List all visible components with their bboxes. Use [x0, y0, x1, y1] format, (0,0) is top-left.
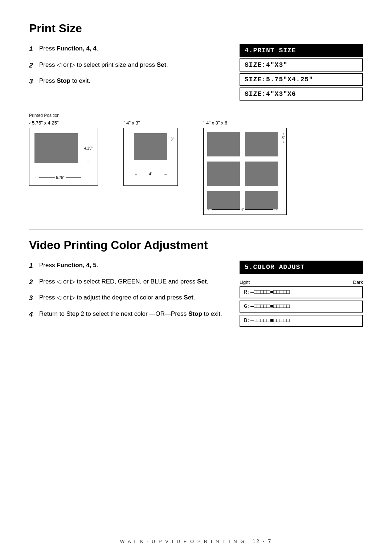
ca-right-arrow-2: ▷ [70, 294, 75, 301]
step-1-num: 1 [29, 44, 39, 54]
color-adjust-display: 5.COLOR ADJUST Light Dark R:—□□□□□■□□□□□… [240, 261, 363, 329]
diagram-row: ‹ 5.75" x 4.25" ↑ 4.25" ↓ [29, 120, 363, 215]
grid-3-1 [207, 191, 240, 209]
menu-item-size-5-75x4-25: SIZE:5.75"X4.25" [240, 73, 363, 86]
ca-step-1-text: Press Function, 4, 5. [39, 261, 225, 271]
print-size-section: Print Size 1 Press Function, 4, 4. 2 Pre… [29, 22, 363, 215]
step-1-bold: Function, 4, 4 [57, 45, 97, 52]
ca-step-2: 2 Press ◁ or ▷ to select RED, GREEN, or … [29, 277, 225, 287]
ca-step-4: 4 Return to Step 2 to select the next co… [29, 309, 225, 320]
dim-4-25: ↑ 4.25" ↓ [83, 133, 93, 163]
color-adjust-section: Video Printing Color Adjustment 1 Press … [29, 238, 363, 329]
grid-3-2 [245, 191, 278, 209]
dim-4: ← 4" → [134, 172, 167, 176]
step-2-num: 2 [29, 60, 39, 71]
label-light: Light [240, 279, 250, 285]
page-footer: W A L K - U P V I D E O P R I N T I N G … [0, 538, 392, 544]
ca-step-3-text: Press ◁ or ▷ to adjust the degree of col… [39, 293, 225, 303]
diagrams-section: Printed Position ‹ 5.75" x 4.25" ↑ 4.25" [29, 113, 363, 215]
dim-3v: ↑ 3" ↓ [282, 132, 285, 156]
diagram-5-75x4-25: ‹ 5.75" x 4.25" ↑ 4.25" ↓ [29, 120, 98, 186]
color-bar-b: B:—□□□□□■□□□□□ [240, 315, 363, 327]
color-bar-labels: Light Dark [240, 279, 363, 285]
ca-right-arrow: ▷ [70, 278, 75, 285]
color-adjust-title: Video Printing Color Adjustment [29, 238, 363, 252]
grid-2-2 [245, 162, 278, 186]
step-2: 2 Press ◁ or ▷ to select print size and … [29, 60, 225, 71]
print-size-instructions: 1 Press Function, 4, 4. 2 Press ◁ or ▷ t… [29, 44, 225, 93]
ca-step-1-num: 1 [29, 261, 39, 271]
ca-step-1: 1 Press Function, 4, 5. [29, 261, 225, 271]
printed-position-label: Printed Position [29, 113, 363, 118]
ca-step-3: 3 Press ◁ or ▷ to adjust the degree of c… [29, 293, 225, 303]
ca-step-1-bold: Function, 4, 5 [57, 262, 97, 269]
diagram-3-label: ´ 4" x 3" x 6 [203, 120, 227, 126]
grid-1-2 [245, 132, 278, 156]
color-bar-g: G:—□□□□□■□□□□□ [240, 301, 363, 313]
ca-step-3-num: 3 [29, 293, 39, 303]
print-size-title: Print Size [29, 22, 363, 35]
step-2-set: Set [157, 61, 166, 68]
diagram-1-label: ‹ 5.75" x 4.25" [29, 120, 59, 126]
diagram-1-gray [34, 133, 78, 163]
step-2-text: Press ◁ or ▷ to select print size and pr… [39, 60, 225, 71]
step-3-stop: Stop [57, 77, 70, 84]
color-bar-r: R:—□□□□□■□□□□□ [240, 286, 363, 298]
ca-left-arrow: ◁ [57, 278, 61, 285]
diagram-4x3: ` 4" x 3" ↑ 3" ↓ ← [123, 120, 178, 186]
ca-left-arrow-2: ◁ [57, 294, 61, 301]
diagram-1-box: ↑ 4.25" ↓ ← 5.75" → [29, 128, 98, 186]
ca-step-2-set: Set [197, 278, 207, 285]
ca-step-2-text: Press ◁ or ▷ to select RED, GREEN, or BL… [39, 277, 225, 287]
label-dark: Dark [353, 279, 363, 285]
dim-3: ↑ 3" ↓ [170, 133, 174, 160]
diagram-2-label: ` 4" x 3" [123, 120, 140, 126]
diagram-3-box: ↑ 3" ↓ ← 4" → [203, 128, 287, 215]
diagram-2-gray [134, 133, 167, 160]
grid-2-1 [207, 162, 240, 186]
color-adjust-instructions: 1 Press Function, 4, 5. 2 Press ◁ or ▷ t… [29, 261, 225, 325]
diagram-4x3x6: ´ 4" x 3" x 6 ↑ [203, 120, 287, 215]
step-1: 1 Press Function, 4, 4. [29, 44, 225, 54]
right-arrow-icon: ▷ [70, 61, 75, 68]
dim-5-75: ← 5.75" → [34, 176, 86, 180]
menu-item-print-size: 4.PRINT SIZE [240, 44, 363, 57]
footer-text: W A L K - U P V I D E O P R I N T I N G [120, 539, 245, 544]
footer-page: 12 - 7 [252, 538, 272, 544]
ca-step-4-stop: Stop [188, 310, 202, 317]
ca-step-3-set: Set [184, 294, 193, 301]
ca-step-4-num: 4 [29, 309, 39, 320]
ca-step-4-text: Return to Step 2 to select the next colo… [39, 309, 225, 320]
menu-item-size-4x3x6: SIZE:4"X3"X6 [240, 87, 363, 101]
diagram-2-box: ↑ 3" ↓ ← 4" → [123, 128, 178, 186]
section-divider [29, 229, 363, 230]
grid-1-1 [207, 132, 240, 156]
menu-item-size-4x3: SIZE:4"X3" [240, 58, 363, 72]
step-1-text: Press Function, 4, 4. [39, 44, 225, 54]
step-3-text: Press Stop to exit. [39, 76, 225, 87]
step-3: 3 Press Stop to exit. [29, 76, 225, 87]
color-adjust-menu-label: 5.COLOR ADJUST [240, 261, 363, 274]
ca-step-2-num: 2 [29, 277, 39, 287]
dim-4h: ← 4" → [207, 208, 278, 212]
left-arrow-icon: ◁ [57, 61, 61, 68]
print-size-menu: 4.PRINT SIZE SIZE:4"X3" SIZE:5.75"X4.25"… [240, 44, 363, 102]
step-3-num: 3 [29, 76, 39, 87]
